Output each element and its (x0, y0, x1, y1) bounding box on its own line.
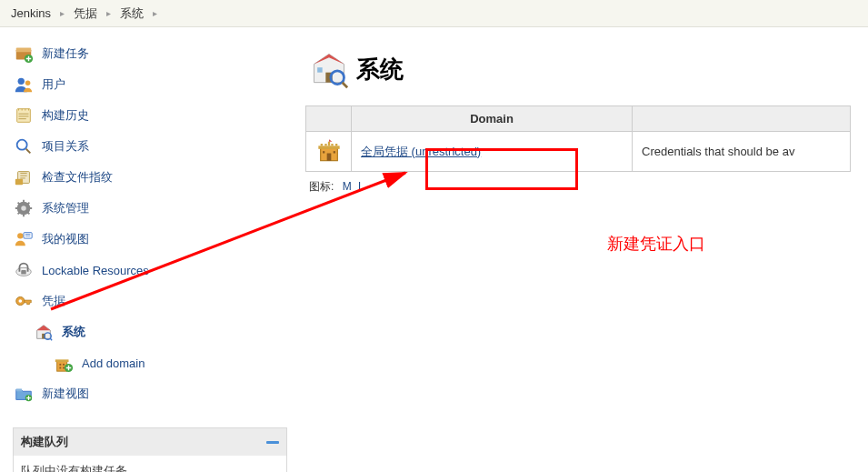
table-row: 全局凭据 (unrestricted) Credentials that sho… (306, 132, 851, 172)
annotation-text: 新建凭证入口 (607, 233, 705, 255)
gear-icon (13, 197, 35, 219)
global-credentials-link[interactable]: 全局凭据 (unrestricted) (361, 145, 481, 158)
lock-icon (13, 259, 35, 281)
main-content: 系统 Domain 全局凭据 (unrestricted) (300, 27, 868, 472)
breadcrumb-system[interactable]: 系统 (116, 5, 147, 22)
domain-icon-cell (306, 132, 352, 172)
sidebar-item-label: 构建历史 (42, 107, 89, 124)
sidebar-item-label: 系统管理 (42, 200, 89, 216)
sidebar-item-users[interactable]: 用户 (13, 69, 300, 100)
svg-rect-35 (331, 144, 333, 146)
svg-rect-39 (333, 151, 334, 153)
history-icon (13, 105, 35, 126)
svg-rect-38 (323, 151, 324, 153)
collapse-icon[interactable] (266, 441, 279, 444)
fingerprint-icon (13, 166, 35, 188)
svg-point-11 (17, 233, 23, 238)
icon-size-m[interactable]: M (343, 180, 352, 193)
sidebar-item-label: 凭据 (42, 293, 65, 309)
svg-rect-20 (55, 359, 69, 362)
sidebar-item-manage-jenkins[interactable]: 系统管理 (13, 193, 300, 224)
icon-size-l[interactable]: L (358, 180, 364, 193)
sidebar-item-my-views[interactable]: 我的视图 (13, 224, 300, 255)
table-header-icon (306, 106, 352, 132)
icon-size-row: 图标: M L (309, 179, 868, 195)
svg-rect-36 (335, 144, 337, 146)
domain-table: Domain 全局凭据 (unrestricted) Credentials t… (305, 105, 851, 172)
sidebar-item-label: 项目关系 (42, 138, 89, 155)
sidebar-item-fingerprint[interactable]: 检查文件指纹 (13, 162, 300, 193)
sidebar-item-label: 我的视图 (42, 231, 89, 247)
svg-rect-37 (326, 154, 331, 161)
sidebar-item-build-history[interactable]: 构建历史 (13, 100, 300, 131)
sidebar-item-label: 系统 (62, 324, 85, 340)
svg-rect-12 (24, 233, 32, 238)
table-header-desc (633, 106, 851, 132)
chevron-right-icon: ▸ (153, 8, 157, 18)
sidebar-item-add-domain[interactable]: Add domain (13, 347, 300, 378)
my-view-icon (13, 228, 35, 250)
castle-icon (316, 152, 342, 166)
svg-rect-22 (63, 364, 65, 366)
credentials-icon (13, 290, 35, 312)
svg-rect-33 (320, 144, 322, 146)
build-queue-title: 构建队列 (21, 434, 68, 450)
svg-rect-32 (318, 146, 339, 149)
svg-rect-21 (59, 364, 61, 366)
domain-desc-cell: Credentials that should be av (633, 132, 851, 172)
chevron-right-icon: ▸ (60, 8, 65, 18)
breadcrumb: Jenkins ▸ 凭据 ▸ 系统 ▸ (0, 0, 868, 27)
sidebar-item-credentials[interactable]: 凭据 (13, 286, 300, 316)
svg-rect-24 (63, 367, 65, 369)
svg-point-4 (25, 80, 31, 85)
svg-point-10 (21, 206, 26, 211)
svg-rect-34 (324, 144, 326, 146)
build-queue-panel: 构建队列 队列中没有构建任务 (13, 427, 287, 472)
svg-rect-23 (59, 367, 61, 369)
system-title-icon (309, 49, 349, 89)
page-title: 系统 (356, 54, 404, 85)
sidebar-item-label: 用户 (42, 76, 65, 93)
breadcrumb-jenkins[interactable]: Jenkins (7, 6, 55, 20)
svg-point-16 (19, 299, 23, 303)
svg-rect-1 (16, 48, 32, 53)
svg-rect-5 (17, 109, 31, 123)
search-icon (13, 136, 35, 157)
sidebar-item-project-relationship[interactable]: 项目关系 (13, 131, 300, 162)
table-header-domain: Domain (352, 106, 633, 132)
sidebar-item-label: Add domain (82, 357, 145, 370)
build-queue-header: 构建队列 (14, 428, 286, 456)
system-icon (33, 321, 55, 343)
breadcrumb-credentials[interactable]: 凭据 (70, 5, 101, 22)
svg-point-6 (17, 140, 27, 150)
svg-rect-14 (21, 270, 26, 275)
sidebar-item-new-view[interactable]: 新建视图 (13, 378, 300, 409)
new-item-icon (13, 43, 35, 65)
build-queue-empty: 队列中没有构建任务 (14, 456, 286, 472)
svg-rect-29 (317, 67, 323, 73)
folder-icon (13, 383, 35, 405)
domain-link-cell: 全局凭据 (unrestricted) (352, 132, 633, 172)
svg-point-3 (18, 78, 25, 85)
sidebar-item-system[interactable]: 系统 (13, 316, 300, 347)
sidebar-item-lockable-resources[interactable]: Lockable Resources (13, 255, 300, 286)
user-icon (13, 74, 35, 95)
sidebar-item-label: Lockable Resources (42, 264, 149, 277)
sidebar-item-label: 检查文件指纹 (42, 169, 113, 186)
sidebar-item-label: 新建任务 (42, 45, 89, 62)
chevron-right-icon: ▸ (106, 8, 111, 18)
svg-rect-26 (16, 389, 22, 392)
sidebar: 新建任务 用户 构建历史 项目关系 检查文件指纹 系统管理 (0, 27, 300, 472)
icon-size-label: 图标: (309, 180, 334, 193)
add-domain-icon (53, 352, 75, 374)
sidebar-item-label: 新建视图 (42, 386, 89, 402)
sidebar-item-new-item[interactable]: 新建任务 (13, 38, 300, 69)
svg-rect-8 (15, 179, 23, 185)
